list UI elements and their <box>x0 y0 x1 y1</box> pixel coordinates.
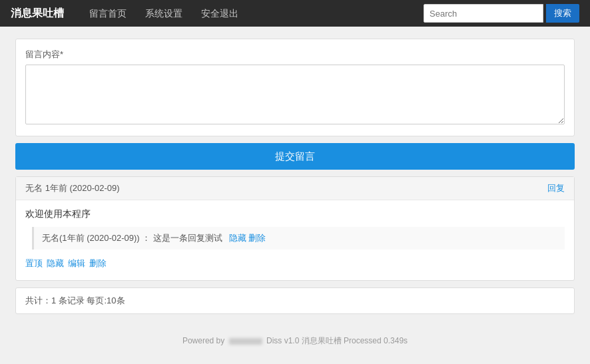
footer-powered-by-prefix: Powered by <box>182 336 224 345</box>
main-content: 留言内容* 提交留言 无名 1年前 (2020-02-09) 回复 欢迎使用本程… <box>9 39 581 314</box>
navbar: 消息果吐槽 留言首页 系统设置 安全退出 搜索 <box>0 0 590 27</box>
search-area: 搜索 <box>424 4 579 23</box>
message-actions: 置顶 隐藏 编辑 删除 <box>25 256 565 272</box>
sub-reply-author: 无名(1年前 (2020-02-09)) <box>42 233 140 243</box>
message-header: 无名 1年前 (2020-02-09) 回复 <box>16 177 574 200</box>
sub-reply-colon: ： <box>142 233 150 243</box>
footer: Powered by Diss v1.0 消息果吐槽 Processed 0.3… <box>0 326 590 353</box>
sub-reply-delete-link[interactable]: 删除 <box>248 233 266 243</box>
pagination-info: 共计：1 条记录 每页:10条 <box>15 287 575 314</box>
msg-delete-link[interactable]: 删除 <box>89 258 107 270</box>
sub-reply-actions: 隐藏 删除 <box>229 233 266 243</box>
sub-reply-hide-link[interactable]: 隐藏 <box>229 233 246 243</box>
search-button[interactable]: 搜索 <box>546 4 579 23</box>
nav-item-home[interactable]: 留言首页 <box>80 0 136 27</box>
nav-item-settings[interactable]: 系统设置 <box>136 0 192 27</box>
message-time-text: 1年前 (2020-02-09) <box>45 183 120 193</box>
msg-hide-link[interactable]: 隐藏 <box>47 258 64 270</box>
message-body: 欢迎使用本程序 无名(1年前 (2020-02-09)) ： 这是一条回复测试 … <box>16 200 574 280</box>
message-form-label: 留言内容* <box>25 49 565 61</box>
message-meta: 无名 1年前 (2020-02-09) <box>25 182 120 194</box>
search-input[interactable] <box>424 4 543 23</box>
sub-reply-text: 这是一条回复测试 <box>153 233 222 243</box>
msg-edit-link[interactable]: 编辑 <box>68 258 85 270</box>
message-author: 无名 <box>25 183 43 193</box>
submit-button[interactable]: 提交留言 <box>15 143 575 170</box>
message-content: 欢迎使用本程序 <box>25 208 565 220</box>
pagination-text: 共计：1 条记录 每页:10条 <box>25 295 125 305</box>
message-reply-link[interactable]: 回复 <box>547 182 565 194</box>
msg-pin-link[interactable]: 置顶 <box>25 258 43 270</box>
nav-item-logout[interactable]: 安全退出 <box>192 0 248 27</box>
footer-logo-blur <box>229 338 262 345</box>
sub-reply: 无名(1年前 (2020-02-09)) ： 这是一条回复测试 隐藏 删除 <box>32 227 565 250</box>
footer-powered-by-suffix: Diss v1.0 消息果吐槽 Processed 0.349s <box>266 336 408 345</box>
message-block: 无名 1年前 (2020-02-09) 回复 欢迎使用本程序 无名(1年前 (2… <box>15 176 575 281</box>
message-textarea[interactable] <box>25 65 565 124</box>
nav-menu: 留言首页 系统设置 安全退出 <box>80 0 424 27</box>
message-form-box: 留言内容* <box>15 39 575 136</box>
app-brand: 消息果吐槽 <box>11 7 64 21</box>
